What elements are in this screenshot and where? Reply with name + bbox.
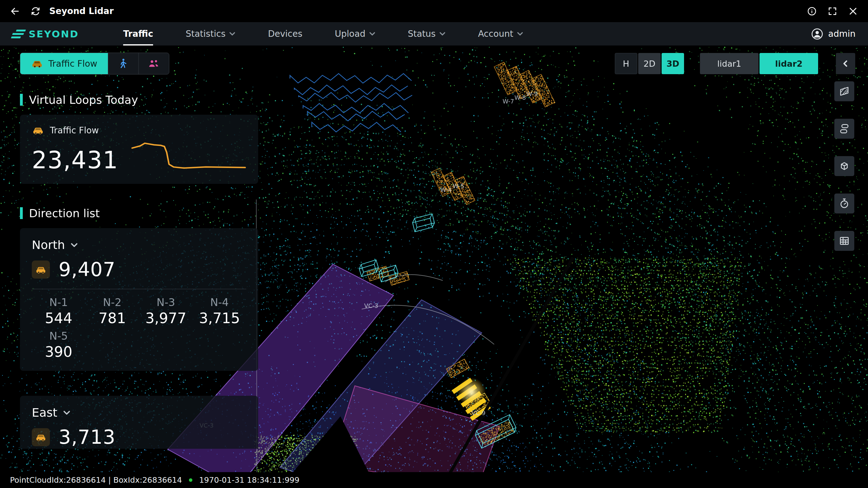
traffic-flow-card-body: 23,431 [32,138,246,173]
zone-hatch-icon [838,86,850,97]
left-panel: Virtual Loops Today Traffic Flow 23,431 … [20,92,258,449]
direction-total: 9,407 [59,258,116,281]
accent-bar [20,207,23,219]
section-title: Virtual Loops Today [29,94,138,106]
refresh-icon[interactable] [30,6,41,17]
statusbar: PointCloudIdx:26836614 | BoxIdx:26836614… [0,472,868,488]
traffic-flow-toggle[interactable]: Traffic Flow [20,53,108,74]
lidar1-button[interactable]: lidar1 [700,53,758,74]
direction-card-north: North 9,407 N-1 544 N-2 781 N-3 3,977 [20,228,258,371]
playback-timer-button[interactable] [834,194,854,214]
nav-tab-label: Account [478,29,513,39]
direction-name: North [32,238,65,252]
nav-tab-upload[interactable]: Upload [335,22,375,45]
object-filter-group: Traffic Flow [20,53,169,74]
timestamp: 1970-01-31 18:34:11:999 [199,476,300,485]
direction-total-row: 9,407 [32,258,246,281]
nav-tab-traffic[interactable]: Traffic [123,22,153,45]
lidar2-button[interactable]: lidar2 [760,53,818,74]
nav-tab-account[interactable]: Account [478,22,523,45]
user-menu[interactable]: admin [811,27,856,40]
direction-total-row: 3,713 [32,426,246,448]
traffic-flow-card: Traffic Flow 23,431 [20,115,258,184]
status-dot [189,478,192,482]
table-icon [838,235,850,247]
map-tools-rail [834,82,854,251]
traffic-flow-toggle-label: Traffic Flow [48,59,97,69]
chevron-down-icon [63,411,70,415]
nav-tab-statistics[interactable]: Statistics [186,22,236,45]
direction-card-east: East 3,713 [20,396,258,449]
seyond-logo[interactable]: SEYOND [12,28,79,40]
car-icon-badge [32,261,50,279]
navbar: SEYOND Traffic Statistics Devices Upload… [0,22,868,45]
stopwatch-icon [838,198,850,209]
car-icon [31,57,43,70]
view-mode-h-button[interactable]: H [615,53,637,74]
traffic-flow-total: 23,431 [32,147,119,173]
section-title: Direction list [29,207,100,220]
vehicle-box-button[interactable] [834,156,854,176]
lanes-button[interactable] [834,119,854,139]
chevron-down-icon [517,32,523,36]
pedestrian-icon [117,58,129,69]
nav-tab-devices[interactable]: Devices [268,22,302,45]
nav-tab-label: Statistics [186,29,225,39]
view-mode-2d-button[interactable]: 2D [638,53,661,74]
direction-header-east[interactable]: East [32,406,246,419]
nav-items: Traffic Statistics Devices Upload Status… [123,22,523,45]
seyond-logo-icon [11,30,26,38]
avatar-icon [811,27,824,40]
loop-grid: N-1 544 N-2 781 N-3 3,977 N-4 3,715 N-5 … [32,296,246,360]
loop-stat: N-2 781 [86,296,139,327]
view-controls: H 2D 3D lidar1 lidar2 [615,53,855,74]
chevron-down-icon [369,32,375,36]
nav-tab-label: Traffic [123,29,153,39]
back-icon[interactable] [9,6,21,17]
traffic-flow-sparkline [131,138,246,171]
nav-tab-status[interactable]: Status [408,22,445,45]
section-virtual-loops: Virtual Loops Today [20,92,258,107]
chevron-down-icon [70,243,78,248]
pointcloud-index: PointCloudIdx:26836614 | BoxIdx:26836614 [10,476,182,485]
car-icon [32,124,44,136]
people-icon [148,58,160,69]
loop-stat: N-5 390 [32,330,86,360]
loop-stat: N-1 544 [32,296,86,327]
car-icon [35,431,47,443]
collapse-panel-button[interactable] [836,53,855,74]
nav-tab-label: Upload [335,29,365,39]
traffic-flow-card-label: Traffic Flow [50,125,99,135]
cube-icon [838,160,850,172]
crowd-toggle[interactable] [138,53,169,74]
chevron-left-icon [841,60,849,68]
zone-draw-button[interactable] [834,82,854,101]
loop-stat: N-3 3,977 [139,296,193,327]
data-table-button[interactable] [834,231,854,251]
view-mode-3d-button[interactable]: 3D [661,53,684,74]
nav-tab-label: Status [408,29,436,39]
divider [32,289,246,289]
info-icon[interactable] [806,6,817,17]
car-icon-badge [32,428,50,446]
close-icon[interactable] [847,6,859,17]
pedestrian-toggle[interactable] [108,53,138,74]
map-toolbar: Traffic Flow H 2D 3D lidar1 lidar2 [20,53,855,74]
window-title: Seyond Lidar [49,6,114,16]
brand-name: SEYOND [29,28,79,40]
car-icon [35,264,47,275]
direction-header-north[interactable]: North [32,238,246,252]
chevron-down-icon [439,32,445,36]
chevron-down-icon [229,32,236,36]
nav-tab-label: Devices [268,29,302,39]
direction-total: 3,713 [59,426,116,448]
traffic-flow-card-header: Traffic Flow [32,124,246,136]
accent-bar [20,94,23,106]
titlebar: Seyond Lidar [0,0,868,22]
section-direction-list: Direction list [20,206,258,221]
lanes-icon [838,123,850,135]
username: admin [828,29,856,39]
loop-stat: N-4 3,715 [193,296,246,327]
fullscreen-icon[interactable] [827,6,838,17]
direction-name: East [32,406,57,419]
